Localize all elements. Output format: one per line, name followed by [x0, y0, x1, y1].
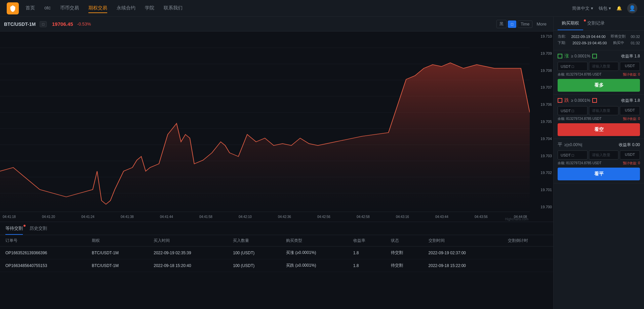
- table-row: OP1663526139366396 BTC/USDT-1M 2022-09-1…: [0, 247, 553, 259]
- nav-contact[interactable]: 联系我们: [164, 4, 183, 13]
- chart-canvas-container: 19.710 19.709 19.708 19.707 19.706 19.70…: [0, 32, 553, 222]
- next-status-time: 01:32: [631, 41, 640, 45]
- up-currency-input[interactable]: USDT □: [558, 62, 588, 71]
- wallet-button[interactable]: 钱包 ▾: [599, 5, 611, 11]
- nav-academy[interactable]: 学院: [145, 4, 154, 13]
- tab-dot: [584, 19, 586, 21]
- flat-option-section: 平 ≥|±0.00%| 收益率 0.00 USDT □ 请输入数量 USDT 余…: [554, 139, 644, 183]
- table-row: OP1663485640755153 BTC/USDT-1M 2022-09-1…: [0, 259, 553, 272]
- buy-down-button[interactable]: 看空: [558, 123, 640, 136]
- more-btn[interactable]: More: [534, 20, 549, 28]
- chart-header: BTC/USDT-1M □ 19706.45 -0.53% 黑 □ Time M…: [0, 17, 553, 32]
- col-option: 期权: [86, 235, 148, 247]
- cell-type-2: 买跌 (≥0.0001%): [281, 259, 348, 272]
- next-period-label: 下期:: [558, 40, 566, 45]
- nav-spot[interactable]: 币币交易: [60, 4, 79, 13]
- tab-buy-option[interactable]: 购买期权: [558, 17, 583, 30]
- buy-up-button[interactable]: 看多: [558, 79, 640, 92]
- col-type: 购买类型: [281, 235, 348, 247]
- cell-order-2: OP1663485640755153: [0, 259, 86, 272]
- current-period-value: 2022-09-19 04:44:00: [571, 35, 605, 39]
- flat-currency-input[interactable]: USDT □: [558, 150, 588, 160]
- down-est: 预计收益: 0: [623, 117, 640, 121]
- up-direction: 涨 ≥ 0.0001%: [558, 53, 597, 59]
- price-value: 19706.45: [52, 21, 73, 27]
- col-status: 状态: [386, 235, 423, 247]
- chart-type-btn[interactable]: □: [508, 20, 516, 28]
- cell-buy-time-1: 2022-09-19 02:35:39: [148, 247, 228, 259]
- up-option-section: 涨 ≥ 0.0001% 收益率 1.8 USDT □ 请输入数量 USDT: [554, 50, 644, 95]
- cell-status-2: 待交割: [386, 259, 423, 272]
- nav-items: 首页 otc 币币交易 期权交易 永续合约 学院 联系我们: [26, 4, 572, 13]
- flat-text: 平: [558, 142, 562, 148]
- up-unit: USDT: [620, 62, 640, 71]
- col-quantity: 买入数量: [228, 235, 281, 247]
- next-period-value: 2022-09-19 04:45:00: [572, 41, 607, 45]
- dark-mode-btn[interactable]: 黑: [496, 20, 507, 28]
- cell-option-1: BTC/USDT-1M: [86, 247, 148, 259]
- down-text: 跌: [564, 97, 569, 103]
- tab-trade-records[interactable]: 交割记录: [583, 17, 609, 30]
- nav-options[interactable]: 期权交易: [88, 4, 107, 13]
- nav-futures[interactable]: 永续合约: [117, 4, 135, 13]
- period-info: 当前: 2022-09-19 04:44:00 即将交割 00:32 下期: 2…: [554, 31, 644, 50]
- logo[interactable]: [7, 2, 19, 14]
- symbol-box-btn[interactable]: □: [40, 21, 47, 27]
- bottom-section: 等待交割 历史交割 订单号 期权 买入时间 买入数量 购买类型: [0, 222, 553, 309]
- chart-x-labels: 04:41:18 04:41:20 04:41:24 04:41:38 04:4…: [0, 212, 530, 222]
- down-box-right: [592, 98, 597, 103]
- bottom-tabs: 等待交割 历史交割: [0, 222, 553, 235]
- buy-flat-button[interactable]: 看平: [558, 168, 640, 180]
- flat-balance-label: 余额: 813279724.8785 USDT: [558, 161, 602, 166]
- highcharts-credit: Highcharts.com: [505, 217, 528, 221]
- chart-mode-buttons: 黑 □ Time More: [496, 20, 549, 28]
- up-quantity-input[interactable]: 请输入数量: [589, 62, 619, 71]
- cell-quantity-2: 100 (USDT): [228, 259, 281, 272]
- cell-buy-time-2: 2022-09-18 15:20:40: [148, 259, 228, 272]
- col-settle-time: 交割时间: [423, 235, 502, 247]
- up-est: 预计收益: 0: [623, 72, 640, 77]
- chart-section: BTC/USDT-1M □ 19706.45 -0.53% 黑 □ Time M…: [0, 17, 553, 309]
- notification-bell[interactable]: 🔔: [616, 6, 622, 11]
- up-balance-label: 余额: 813279724.8785 USDT: [558, 72, 602, 77]
- down-rate: 收益率 1.8: [621, 98, 640, 103]
- up-box-right: [592, 54, 597, 58]
- flat-unit: USDT: [620, 150, 640, 160]
- cell-option-2: BTC/USDT-1M: [86, 259, 148, 272]
- symbol-label: BTC/USDT-1M: [4, 21, 36, 27]
- cell-status-1: 待交割: [386, 247, 423, 259]
- down-quantity-input[interactable]: 请输入数量: [589, 106, 619, 115]
- flat-rate: 收益率 0.00: [619, 142, 640, 148]
- down-currency-input[interactable]: USDT □: [558, 106, 588, 115]
- cell-countdown-1: [502, 247, 553, 259]
- tab-pending-settle[interactable]: 等待交割: [5, 225, 23, 235]
- nav-right: 简体中文 ▾ 钱包 ▾ 🔔 👤: [572, 3, 637, 13]
- current-status-label: 即将交割: [611, 34, 626, 39]
- up-rate: 收益率 1.8: [621, 53, 640, 59]
- chart-area: [0, 32, 530, 212]
- nav-otc[interactable]: otc: [44, 4, 51, 13]
- cell-settle-time-2: 2022-09-18 15:22:00: [423, 259, 502, 272]
- cell-quantity-1: 100 (USDT): [228, 247, 281, 259]
- cell-settle-time-1: 2022-09-19 02:37:00: [423, 247, 502, 259]
- chart-y-labels: 19.710 19.709 19.708 19.707 19.706 19.70…: [530, 32, 553, 212]
- flat-est: 预计收益: 0: [623, 161, 640, 166]
- nav-home[interactable]: 首页: [26, 4, 35, 13]
- down-condition: ≥ 0.0001%: [571, 98, 590, 103]
- down-option-section: 跌 ≥ 0.0001% 收益率 1.8 USDT □ 请输入数量 USDT: [554, 95, 644, 139]
- col-order: 订单号: [0, 235, 86, 247]
- bottom-table-container: 订单号 期权 买入时间 买入数量 购买类型 收益率 状态 交割时间 交割倒计时: [0, 235, 553, 308]
- col-rate: 收益率: [348, 235, 386, 247]
- current-period-label: 当前:: [558, 34, 566, 39]
- col-buy-time: 买入时间: [148, 235, 228, 247]
- tab-history-settle[interactable]: 历史交割: [30, 225, 47, 235]
- user-avatar[interactable]: 👤: [627, 3, 637, 13]
- cell-rate-1: 1.8: [348, 247, 386, 259]
- flat-direction: 平 ≥|±0.00%|: [558, 142, 582, 148]
- time-btn[interactable]: Time: [518, 20, 532, 28]
- up-box-left: [558, 54, 562, 58]
- flat-quantity-input[interactable]: 请输入数量: [589, 150, 619, 160]
- top-nav: 首页 otc 币币交易 期权交易 永续合约 学院 联系我们 简体中文 ▾ 钱包 …: [0, 0, 644, 17]
- language-selector[interactable]: 简体中文 ▾: [572, 5, 593, 11]
- right-panel: 购买期权 交割记录 当前: 2022-09-19 04:44:00 即将交割 0…: [553, 17, 644, 309]
